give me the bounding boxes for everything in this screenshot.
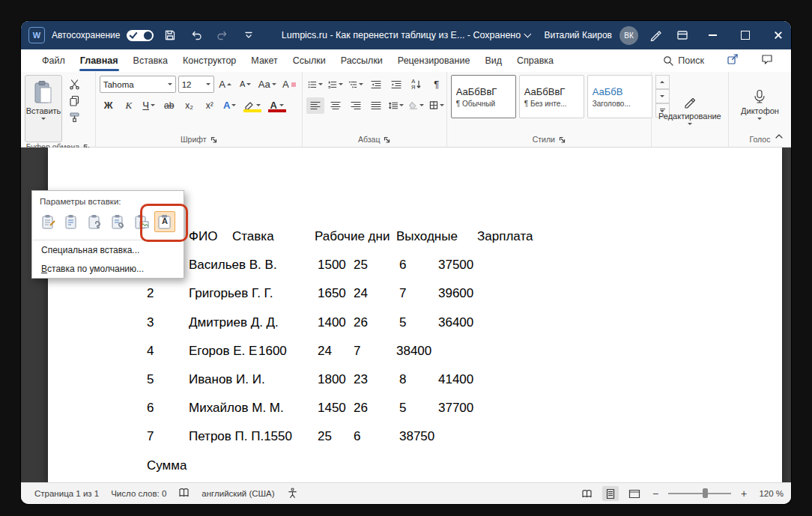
align-center-button[interactable] [327, 97, 345, 114]
borders-button[interactable] [428, 97, 446, 114]
multilevel-list-button[interactable] [347, 76, 365, 93]
paste-option-keep-text-only[interactable]: А [154, 211, 175, 232]
subscript-button[interactable]: x₂ [181, 97, 199, 114]
superscript-button[interactable]: x² [201, 97, 219, 114]
font-color-button[interactable]: А [266, 97, 288, 114]
zoom-slider-thumb[interactable] [703, 488, 708, 498]
underline-button[interactable]: Ч [140, 97, 158, 114]
document-text: 25 [354, 255, 368, 275]
numbering-button[interactable] [327, 76, 345, 93]
increase-indent-button[interactable] [387, 76, 405, 93]
style-card-heading1[interactable]: АаБбВ Заголово... [587, 75, 652, 118]
dialog-launcher-icon[interactable] [559, 136, 566, 143]
tab-Вставка[interactable]: Вставка [126, 49, 175, 72]
autosave-toggle[interactable] [127, 30, 154, 41]
line-spacing-button[interactable] [387, 97, 405, 114]
zoom-out-button[interactable]: − [650, 488, 661, 500]
copy-icon [69, 95, 80, 106]
grow-font-button[interactable]: А [216, 76, 234, 93]
shrink-font-button[interactable]: А [237, 76, 255, 93]
sort-button[interactable]: АЯ [407, 76, 425, 93]
zoom-slider[interactable] [668, 493, 731, 494]
style-card-no-spacing[interactable]: АаБбВвГ ¶ Без инте... [519, 75, 584, 118]
dialog-launcher-icon[interactable] [384, 136, 390, 143]
tab-Ссылки[interactable]: Ссылки [285, 49, 333, 72]
paste-option-link-keep-source-formatting[interactable] [85, 211, 106, 232]
search-button[interactable]: Поиск [663, 55, 704, 66]
document-text: 1800 [318, 370, 346, 389]
tab-Рассылки[interactable]: Рассылки [333, 49, 390, 72]
redo-button[interactable] [213, 24, 232, 46]
undo-button[interactable] [187, 24, 206, 46]
proofing-button[interactable] [178, 488, 190, 500]
bullets-button[interactable] [306, 76, 324, 93]
document-title[interactable]: Lumpics.ru - Как перенести таблицу из E.… [282, 21, 530, 49]
tab-Конструктор[interactable]: Конструктор [175, 49, 243, 72]
language-indicator[interactable]: английский (США) [202, 489, 274, 498]
bold-button[interactable]: Ж [100, 97, 118, 114]
comments-button[interactable] [761, 53, 773, 68]
style-card-normal[interactable]: АаБбВвГ ¶ Обычный [451, 75, 516, 118]
tab-Вид[interactable]: Вид [477, 49, 509, 72]
highlight-color-button[interactable] [241, 97, 264, 114]
close-button[interactable] [766, 21, 791, 49]
paste-option-picture[interactable] [131, 211, 152, 232]
align-right-button[interactable] [347, 97, 365, 114]
justify-button[interactable] [367, 97, 385, 114]
document-text-row: 5Иванов И. И.180023841400 [48, 370, 782, 389]
page-indicator[interactable]: Страница 1 из 1 [34, 489, 99, 498]
minimize-button[interactable] [700, 21, 725, 49]
italic-button[interactable]: К [120, 97, 138, 114]
paste-button[interactable]: Вставить [25, 75, 62, 142]
web-layout-button[interactable] [626, 486, 643, 501]
collapse-ribbon-button[interactable] [775, 129, 784, 142]
paste-option-keep-source-formatting[interactable] [38, 211, 59, 232]
read-mode-button[interactable] [578, 486, 595, 501]
tab-Главная[interactable]: Главная [73, 49, 126, 72]
tab-Рецензирование[interactable]: Рецензирование [390, 49, 478, 72]
avatar[interactable]: ВК [619, 26, 638, 45]
tab-Справка[interactable]: Справка [509, 49, 561, 72]
check-icon [130, 30, 138, 39]
strikethrough-button[interactable]: ab [160, 97, 178, 114]
editing-button[interactable]: Редактирование [655, 75, 724, 145]
zoom-in-button[interactable]: + [739, 488, 749, 500]
zoom-level[interactable]: 120 % [757, 489, 784, 498]
tab-Макет[interactable]: Макет [243, 49, 285, 72]
copy-button[interactable] [65, 93, 83, 108]
shading-button[interactable] [407, 97, 425, 114]
accessibility-button[interactable] [287, 488, 298, 500]
font-name-combo[interactable]: Tahoma [100, 76, 176, 93]
dialog-launcher-icon[interactable] [210, 136, 217, 143]
clear-formatting-button[interactable]: А [280, 76, 298, 93]
font-size-combo[interactable]: 12 [178, 76, 214, 93]
menu-item-paste-special[interactable]: Специальная вставка... [32, 240, 184, 259]
font-name-value: Tahoma [103, 80, 134, 89]
align-left-button[interactable] [306, 97, 324, 114]
dictate-button[interactable]: Диктофон [733, 75, 787, 133]
menu-item-set-default-paste[interactable]: Вставка по умолчанию... [32, 259, 184, 278]
ink-button[interactable] [646, 24, 665, 46]
change-case-button[interactable]: Аа [257, 76, 278, 93]
print-layout-button[interactable] [602, 486, 619, 501]
save-button[interactable] [160, 24, 180, 46]
user-name[interactable]: Виталий Каиров [544, 30, 612, 40]
paste-option-use-destination-styles[interactable] [61, 211, 82, 232]
customize-quick-access-button[interactable] [239, 24, 258, 46]
paste-option-link-use-destination-styles[interactable] [108, 211, 129, 232]
word-count[interactable]: Число слов: 0 [111, 489, 166, 498]
tab-Файл[interactable]: Файл [34, 49, 73, 72]
decrease-indent-button[interactable] [367, 76, 385, 93]
text-effects-button[interactable]: А [221, 97, 239, 114]
cut-button[interactable] [65, 76, 83, 91]
show-marks-button[interactable]: ¶ [428, 76, 446, 93]
word-app-icon[interactable]: W [28, 27, 45, 43]
maximize-icon [741, 31, 750, 40]
ribbon-display-options-button[interactable] [673, 24, 692, 46]
ribbon-options-icon [676, 29, 688, 41]
status-bar: Страница 1 из 1 Число слов: 0 английский… [21, 482, 791, 504]
format-painter-button[interactable] [65, 109, 83, 124]
document-text: Петров П. П.1550 [189, 427, 292, 446]
maximize-button[interactable] [733, 21, 758, 49]
share-button[interactable] [727, 53, 739, 68]
